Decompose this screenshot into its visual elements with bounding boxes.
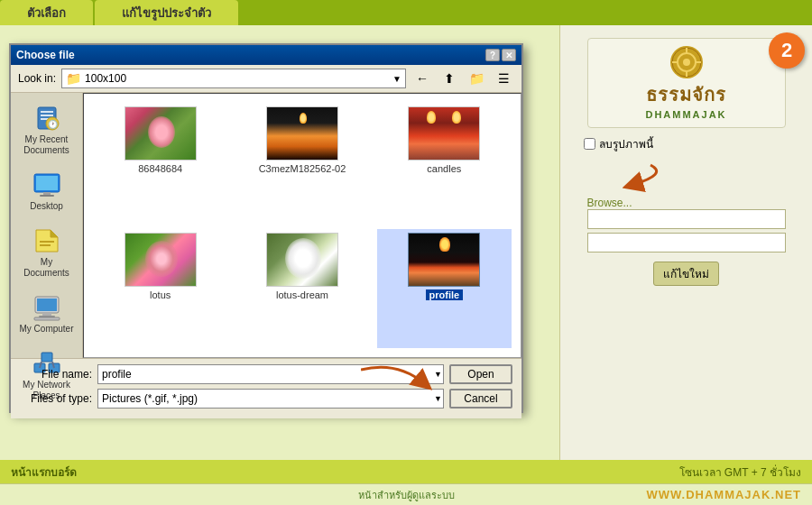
my-docs-icon [32, 226, 61, 255]
folder-icon: 📁 [66, 71, 81, 86]
back-button[interactable]: ← [411, 69, 433, 88]
file-grid: 86848684 C3mezM182562-02 [83, 93, 521, 358]
desktop-icon [32, 170, 61, 199]
svg-rect-15 [37, 298, 57, 311]
admin-link[interactable]: หน้าสำหรับผู้ดูแลระบบ [358, 487, 455, 503]
svg-rect-7 [36, 176, 58, 190]
file-item-selected[interactable]: profile [377, 229, 512, 348]
file-item[interactable]: 86848684 [93, 103, 227, 222]
file-name: candles [427, 163, 461, 174]
dialog-help-button[interactable]: ? [485, 49, 500, 61]
left-nav: 🕐 My Recent Documents [11, 93, 83, 358]
look-in-select[interactable]: 📁 100x100 ▼ [61, 69, 406, 88]
up-folder-button[interactable]: ⬆ [438, 69, 460, 88]
timezone-info: โซนเวลา GMT + 7 ชั่วโมง [679, 464, 801, 481]
look-in-label: Look in: [18, 72, 56, 85]
file-name: C3mezM182562-02 [259, 163, 346, 174]
dialog-body: 🕐 My Recent Documents [11, 93, 521, 358]
view-button[interactable]: ☰ [493, 69, 514, 88]
delete-image-label: ลบรูปภาพนี้ [599, 135, 653, 152]
file-dialog: Choose file ? ✕ Look in: 📁 100x100 ▼ ← ⬆… [9, 43, 523, 413]
dialog-title-buttons: ? ✕ [485, 49, 516, 61]
delete-image-checkbox[interactable] [584, 138, 595, 150]
dialog-titlebar: Choose file ? ✕ [11, 45, 521, 65]
filename-label: File name: [20, 368, 92, 381]
svg-rect-12 [40, 241, 54, 243]
browse-input-field2[interactable] [587, 233, 786, 252]
browse-input-field[interactable] [587, 209, 786, 229]
svg-rect-18 [34, 317, 60, 320]
right-sidebar: 2 ธรรมจักร DHAMMAJAK [559, 25, 812, 460]
tab-edit-profile[interactable]: แก้ไขรูปประจำตัว [95, 0, 238, 25]
nav-my-computer[interactable]: My Computer [15, 289, 78, 338]
logo-text-latin: DHAMMAJAK [645, 109, 726, 120]
nav-my-computer-label: My Computer [19, 324, 73, 335]
badge-number: 2 [781, 39, 792, 62]
edit-new-button[interactable]: แก้ไขใหม่ [653, 262, 719, 286]
dialog-bottom: File name: ▼ Open Files of type: ▼ [11, 358, 521, 418]
step-badge: 2 [769, 32, 805, 69]
cancel-button[interactable]: Cancel [449, 389, 512, 409]
new-folder-button[interactable]: 📁 [466, 69, 487, 88]
file-item[interactable]: lotus [93, 229, 227, 348]
svg-text:🕐: 🕐 [47, 119, 58, 130]
dropdown-arrow-icon: ▼ [392, 74, 401, 84]
logo-icon [670, 46, 703, 78]
tab-select[interactable]: ตัวเลือก [0, 0, 93, 25]
browse-arrow-annotation [578, 156, 687, 195]
cancel-label: Cancel [464, 392, 497, 405]
my-computer-icon [32, 293, 61, 322]
nav-desktop[interactable]: Desktop [15, 167, 78, 216]
open-button[interactable]: Open [449, 364, 512, 384]
tab-select-label: ตัวเลือก [27, 4, 66, 23]
page-background: Choose file ? ✕ Look in: 📁 100x100 ▼ ← ⬆… [0, 25, 559, 460]
browse-area: Browse... [587, 197, 786, 256]
open-label: Open [467, 368, 494, 381]
svg-rect-16 [42, 313, 51, 316]
nav-desktop-label: Desktop [30, 201, 63, 212]
filename-input[interactable] [97, 364, 444, 384]
nav-my-docs-label: My Documents [19, 257, 75, 279]
svg-rect-9 [40, 195, 54, 197]
nav-recent-label: My Recent Documents [19, 134, 75, 156]
file-name: profile [426, 289, 464, 300]
nav-my-documents[interactable]: My Documents [15, 223, 78, 282]
dialog-toolbar: Look in: 📁 100x100 ▼ ← ⬆ 📁 ☰ [11, 65, 521, 93]
filetype-label: Files of type: [20, 392, 92, 405]
svg-rect-13 [40, 244, 51, 246]
logo-text-thai: ธรรมจักร [646, 80, 726, 109]
site-url: WWW.DHAMMAJAK.NET [646, 488, 801, 501]
file-item[interactable]: candles [377, 103, 512, 222]
svg-marker-11 [51, 230, 58, 237]
file-name: lotus-dream [276, 289, 328, 300]
nav-recent-documents[interactable]: 🕐 My Recent Documents [15, 100, 78, 160]
homepage-link[interactable]: หน้าแรกบอร์ด [11, 464, 77, 481]
file-item[interactable]: C3mezM182562-02 [235, 103, 369, 222]
file-name: 86848684 [138, 163, 182, 174]
footer-links: หน้าสำหรับผู้ดูแลระบบ [358, 487, 455, 503]
footer: หน้าสำหรับผู้ดูแลระบบ WWW.DHAMMAJAK.NET [0, 483, 812, 505]
svg-rect-21 [42, 353, 52, 362]
browse-label: Browse... [587, 197, 632, 209]
tab-edit-label: แก้ไขรูปประจำตัว [122, 4, 211, 23]
filetype-row: Files of type: ▼ Cancel [20, 389, 512, 409]
svg-rect-2 [41, 115, 53, 116]
file-item[interactable]: lotus-dream [235, 229, 369, 348]
dialog-close-button[interactable]: ✕ [502, 49, 516, 61]
bottom-bar: หน้าแรกบอร์ด โซนเวลา GMT + 7 ชั่วโมง [0, 460, 812, 483]
logo-box: ธรรมจักร DHAMMAJAK [587, 38, 786, 128]
folder-name: 100x100 [85, 72, 126, 85]
dialog-title: Choose file [16, 49, 485, 61]
svg-point-26 [683, 59, 690, 66]
file-name: lotus [150, 289, 171, 300]
filename-row: File name: ▼ Open [20, 364, 512, 384]
filetype-input[interactable] [97, 389, 444, 409]
top-bar: ตัวเลือก แก้ไขรูปประจำตัว [0, 0, 812, 25]
delete-image-row: ลบรูปภาพนี้ [584, 135, 653, 152]
svg-rect-8 [43, 192, 51, 195]
recent-docs-icon: 🕐 [32, 104, 61, 133]
svg-rect-1 [41, 111, 53, 113]
